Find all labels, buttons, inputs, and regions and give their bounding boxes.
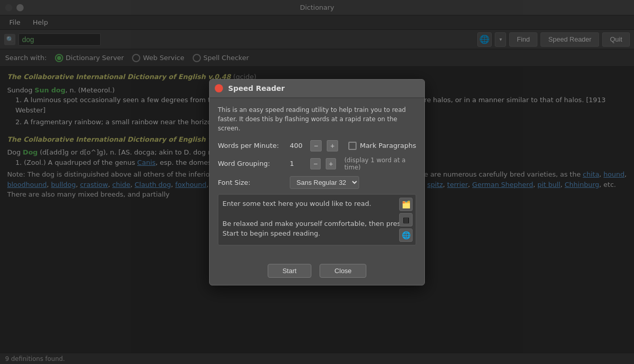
wpm-label: Words per Minute: xyxy=(218,142,285,149)
word-grouping-hint: (display 1 word at a time) xyxy=(344,157,416,171)
word-grouping-row: Word Grouping: 1 − + (display 1 word at … xyxy=(218,157,416,171)
mark-paragraphs-checkbox[interactable] xyxy=(348,142,357,150)
close-dialog-button[interactable]: Close xyxy=(320,264,366,278)
dialog-title: Speed Reader xyxy=(228,84,285,92)
wg-increase-button[interactable]: + xyxy=(326,158,336,169)
dialog-body: This is an easy speed reading utility to… xyxy=(210,98,424,259)
list-button[interactable]: ▤ xyxy=(399,213,413,226)
font-size-label: Font Size: xyxy=(218,179,285,186)
word-grouping-value: 1 xyxy=(290,160,305,167)
overlay-backdrop: Speed Reader This is an easy speed readi… xyxy=(0,0,634,364)
wg-decrease-button[interactable]: − xyxy=(310,158,321,169)
word-grouping-label: Word Grouping: xyxy=(218,160,285,167)
speed-reader-dialog: Speed Reader This is an easy speed readi… xyxy=(209,79,425,285)
font-size-row: Font Size: Sans Regular 32 xyxy=(218,176,416,189)
start-button[interactable]: Start xyxy=(268,264,311,278)
font-select[interactable]: Sans Regular 32 xyxy=(290,176,359,189)
dialog-description: This is an easy speed reading utility to… xyxy=(218,105,416,133)
text-line-2: Be relaxed and make yourself comfortable… xyxy=(222,219,412,239)
dialog-footer: Start Close xyxy=(210,259,424,285)
text-area-buttons: 🗂️ ▤ 🌐 xyxy=(399,198,413,242)
open-file-button[interactable]: 🗂️ xyxy=(399,198,413,211)
wpm-decrease-button[interactable]: − xyxy=(310,140,322,151)
wpm-increase-button[interactable]: + xyxy=(327,140,338,151)
text-line-1: Enter some text here you would like to r… xyxy=(222,199,412,209)
globe-icon-button[interactable]: 🌐 xyxy=(399,228,413,242)
text-area[interactable]: Enter some text here you would like to r… xyxy=(218,194,416,245)
dialog-close-button[interactable] xyxy=(215,84,223,92)
wpm-row: Words per Minute: 400 − + Mark Paragraph… xyxy=(218,140,416,151)
mark-paragraphs-wrap: Mark Paragraphs xyxy=(348,142,416,150)
dialog-titlebar: Speed Reader xyxy=(210,80,424,98)
mark-paragraphs-label: Mark Paragraphs xyxy=(360,142,416,149)
wpm-value: 400 xyxy=(290,142,305,149)
